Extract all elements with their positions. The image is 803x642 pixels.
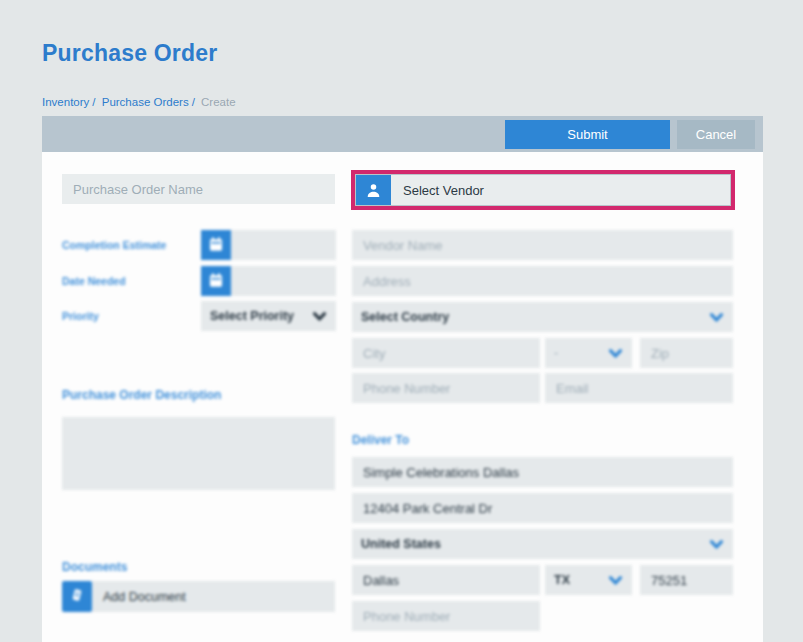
select-vendor-field[interactable]: Select Vendor (355, 174, 731, 206)
chevron-down-icon (608, 346, 623, 361)
add-document-field[interactable]: Add Document (92, 581, 335, 612)
page-title: Purchase Order (42, 40, 217, 67)
vendor-country-value: Select Country (361, 310, 709, 324)
document-icon (69, 587, 85, 606)
completion-estimate-input[interactable] (231, 230, 336, 260)
deliver-state-select[interactable]: TX (545, 565, 632, 595)
vendor-email-input[interactable] (545, 373, 733, 403)
select-vendor-highlight[interactable]: Select Vendor (351, 170, 735, 210)
deliver-name-input[interactable] (352, 457, 733, 487)
breadcrumb-separator: / (192, 96, 195, 108)
purchase-order-name-input[interactable] (62, 174, 335, 204)
person-icon (356, 175, 391, 205)
vendor-state-value: - (554, 346, 608, 360)
breadcrumb: Inventory/ Purchase Orders/ Create (42, 96, 236, 108)
deliver-zip-input[interactable] (640, 565, 733, 595)
deliver-state-value: TX (554, 573, 608, 587)
priority-label: Priority (62, 301, 197, 331)
vendor-phone-input[interactable] (352, 373, 540, 403)
breadcrumb-inventory[interactable]: Inventory (42, 96, 89, 108)
deliver-city-input[interactable] (352, 565, 540, 595)
breadcrumb-create: Create (201, 96, 236, 108)
breadcrumb-purchase-orders[interactable]: Purchase Orders (102, 96, 189, 108)
deliver-to-label: Deliver To (352, 433, 409, 447)
completion-estimate-label: Completion Estimate (62, 230, 197, 260)
breadcrumb-separator: / (92, 96, 95, 108)
vendor-name-input[interactable] (352, 230, 733, 260)
purchase-order-form-card: Submit Cancel Completion Estimate Date N… (42, 116, 763, 642)
documents-label: Documents (62, 560, 127, 574)
priority-select[interactable]: Select Priority (201, 301, 336, 331)
description-textarea[interactable] (62, 417, 335, 490)
date-needed-calendar-button[interactable] (201, 266, 231, 296)
vendor-state-select[interactable]: - (545, 338, 632, 368)
completion-estimate-calendar-button[interactable] (201, 230, 231, 260)
chevron-down-icon (709, 310, 724, 325)
calendar-icon (208, 236, 224, 255)
deliver-country-value: United States (361, 537, 709, 551)
vendor-country-select[interactable]: Select Country (352, 302, 733, 332)
vendor-address-input[interactable] (352, 266, 733, 296)
chevron-down-icon (312, 309, 327, 324)
chevron-down-icon (709, 537, 724, 552)
deliver-address-input[interactable] (352, 493, 733, 523)
vendor-zip-input[interactable] (640, 338, 733, 368)
chevron-down-icon (608, 573, 623, 588)
priority-select-value: Select Priority (210, 309, 312, 323)
date-needed-label: Date Needed (62, 266, 197, 296)
description-label: Purchase Order Description (62, 388, 221, 402)
deliver-country-select[interactable]: United States (352, 529, 733, 559)
add-document-button[interactable] (62, 581, 92, 612)
select-vendor-label: Select Vendor (391, 175, 730, 205)
date-needed-input[interactable] (231, 266, 336, 296)
vendor-city-input[interactable] (352, 338, 540, 368)
calendar-icon (208, 272, 224, 291)
deliver-phone-input[interactable] (352, 601, 540, 631)
